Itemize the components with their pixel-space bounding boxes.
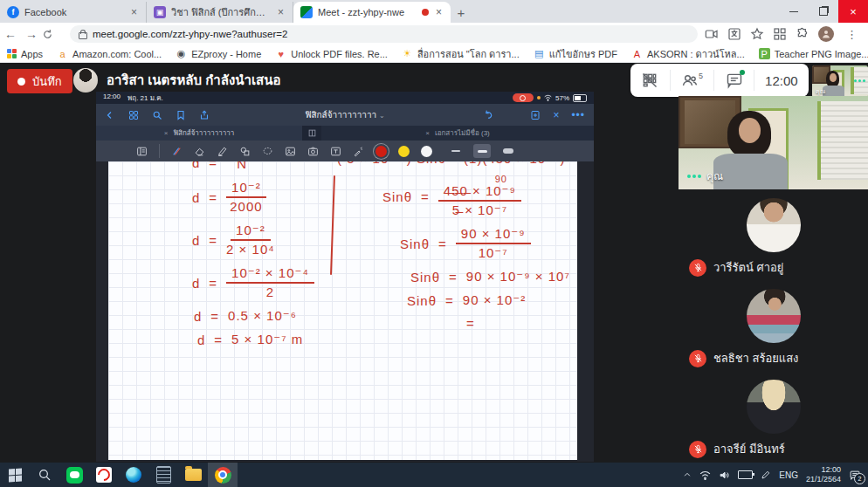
handwritten-equation: Sinθ=90 × 10⁻⁹ × 10⁷ bbox=[410, 269, 570, 285]
tab-close-icon[interactable]: × bbox=[434, 6, 444, 18]
participants-sidebar: คุณ วารีรัตน์ ศาอยู่ ชลธิชา สร้อยแสง bbox=[679, 96, 868, 463]
minimize-button[interactable] bbox=[779, 0, 809, 23]
chat-icon[interactable] bbox=[726, 72, 743, 89]
participants-icon[interactable]: 5 bbox=[681, 72, 703, 89]
stroke-thick bbox=[499, 144, 517, 158]
taskbar-clock[interactable]: 12:00 21/1/2564 bbox=[806, 465, 841, 485]
split-view-icon bbox=[302, 126, 321, 141]
notepad-app-icon[interactable] bbox=[148, 463, 178, 487]
url-text: meet.google.com/zzt-yhpy-nwe?authuser=2 bbox=[93, 29, 287, 39]
chat-notification-dot bbox=[740, 70, 745, 75]
self-video-tile[interactable]: คุณ bbox=[679, 96, 868, 189]
tab-groups-icon[interactable] bbox=[773, 27, 787, 41]
self-view-thumbnail[interactable]: คุณ bbox=[812, 65, 868, 98]
meet-stage: บันทึก อาริสา เนตรหลับ กำลังนำเสนอ 5 12:… bbox=[0, 63, 868, 463]
new-tab-button[interactable]: + bbox=[451, 2, 472, 23]
bookmark-star-icon[interactable] bbox=[750, 27, 764, 41]
ink-color-white bbox=[421, 146, 432, 157]
camera-permission-icon[interactable] bbox=[705, 27, 719, 41]
back-chevron-icon bbox=[105, 110, 115, 120]
shapes-tool-icon bbox=[239, 146, 251, 157]
handwritten-work-left: d= Nd=10⁻²2000d=10⁻²2 × 10⁴d=10⁻² × 10⁻⁴… bbox=[192, 161, 314, 355]
record-button[interactable]: บันทึก bbox=[7, 69, 72, 93]
taskbar-date: 21/1/2564 bbox=[806, 475, 841, 484]
handwritten-equation: = bbox=[466, 316, 570, 331]
participant-tile[interactable]: อาจรีย์ มีอินทร์ bbox=[679, 378, 868, 462]
bookmark-item[interactable]: AAKSORN : ดาวน์โหล... bbox=[631, 46, 745, 62]
mic-muted-icon bbox=[689, 259, 706, 277]
self-label: คุณ bbox=[816, 86, 825, 96]
lock-icon bbox=[79, 32, 87, 39]
apps-grid-icon bbox=[7, 49, 17, 58]
bookmark-label: สื่อการสอน "โลก ดารา... bbox=[417, 46, 520, 62]
extensions-puzzle-icon[interactable] bbox=[796, 27, 809, 41]
tab-close-icon[interactable]: × bbox=[276, 6, 286, 18]
bookmark-item[interactable]: ▤แก้ไขอักษร PDF bbox=[534, 46, 617, 62]
bookmark-favicon: ♥ bbox=[275, 48, 286, 59]
bookmark-item[interactable]: ☀สื่อการสอน "โลก ดารา... bbox=[402, 46, 520, 62]
undo-icon bbox=[483, 109, 494, 120]
close-button[interactable]: × bbox=[838, 0, 868, 23]
laser-pointer-icon bbox=[353, 146, 364, 157]
taskbar-time: 12:00 bbox=[806, 465, 841, 475]
tab-meet[interactable]: Meet - zzt-yhpy-nwe × bbox=[293, 2, 451, 23]
participant-tile[interactable]: วารีรัตน์ ศาอยู่ bbox=[679, 196, 868, 280]
wifi-tray-icon[interactable] bbox=[699, 470, 711, 480]
classroom-favicon: ▣ bbox=[154, 6, 166, 18]
back-icon[interactable]: ← bbox=[0, 27, 21, 41]
tray-chevron-up-icon[interactable] bbox=[683, 470, 692, 479]
volume-tray-icon[interactable] bbox=[719, 470, 730, 481]
browser-menu-icon[interactable]: ⋮ bbox=[843, 28, 861, 41]
ipad-status-bar: 12:00 พฤ. 21 ม.ค. 57% bbox=[96, 92, 594, 104]
translate-icon[interactable] bbox=[727, 27, 741, 41]
tab-close-icon[interactable]: × bbox=[129, 6, 139, 18]
bookmark-label: Amazon.com: Cool... bbox=[72, 49, 162, 59]
line-app-icon[interactable] bbox=[59, 463, 89, 487]
handwritten-work-right: ( 5 × 10⁻⁷ ) Sinθ = (1)(450 × 10⁻⁹)Sinθ=… bbox=[337, 161, 570, 339]
bookmark-favicon: a bbox=[57, 48, 68, 59]
file-explorer-icon[interactable] bbox=[178, 463, 208, 487]
forward-icon[interactable]: → bbox=[21, 27, 42, 41]
participant-name: ชลธิชา สร้อยแสง bbox=[713, 349, 798, 367]
grid-paper-page: d= Nd=10⁻²2000d=10⁻²2 × 10⁴d=10⁻² × 10⁻⁴… bbox=[108, 161, 577, 460]
profile-avatar[interactable] bbox=[818, 26, 834, 42]
apps-shortcut[interactable]: Apps bbox=[7, 49, 43, 59]
shared-screen-tile[interactable]: 12:00 พฤ. 21 ม.ค. 57% ฟิสิกส์จ้าาาาาาาาา bbox=[96, 92, 594, 462]
chrome-app-icon[interactable] bbox=[208, 463, 238, 487]
restore-button[interactable] bbox=[809, 0, 838, 23]
acrobat-app-icon[interactable] bbox=[89, 463, 119, 487]
windows-taskbar: ENG 12:00 21/1/2564 2 bbox=[0, 463, 868, 487]
edge-app-icon[interactable] bbox=[119, 463, 148, 487]
notification-center-icon[interactable]: 2 bbox=[849, 470, 861, 481]
participant-tile[interactable]: ชลธิชา สร้อยแสง bbox=[679, 287, 868, 371]
tab-classroom[interactable]: ▣ วิชา ฟิสิกส์ (ปีการศึกษา 2563) ชั้นมั.… bbox=[147, 2, 293, 23]
handwritten-equation: d=0.5 × 10⁻⁶ bbox=[194, 308, 314, 324]
bookmark-item[interactable]: ◉EZproxy - Home bbox=[176, 48, 261, 59]
wifi-icon bbox=[544, 94, 552, 101]
tab-facebook[interactable]: f Facebook × bbox=[0, 2, 147, 23]
bookmark-item[interactable]: aAmazon.com: Cool... bbox=[57, 48, 162, 59]
layout-grid-off-icon[interactable] bbox=[641, 72, 658, 89]
mic-muted-icon bbox=[689, 350, 706, 367]
language-indicator[interactable]: ENG bbox=[779, 470, 798, 480]
bookmark-label: AKSORN : ดาวน์โหล... bbox=[647, 46, 745, 62]
handwritten-equation: d=10⁻² × 10⁻⁴2 bbox=[192, 265, 314, 300]
bookmark-favicon: ☀ bbox=[402, 48, 413, 59]
bookmark-item[interactable]: PTeacher PNG Image... bbox=[759, 48, 868, 59]
handwritten-equation: Sinθ=90 × 10⁻² bbox=[407, 292, 570, 308]
start-button[interactable] bbox=[0, 463, 30, 487]
bookmark-item[interactable]: ♥Unlock PDF files. Re... bbox=[275, 48, 388, 59]
handwritten-equation: ( 5 × 10⁻⁷ ) Sinθ = (1)(450 × 10⁻⁹) bbox=[337, 161, 570, 167]
notes-doc-tabs: × ฟิสิกส์จ้าาาาาาาาาา × เอกสารไม่มีชื่อ … bbox=[96, 126, 594, 141]
reload-icon[interactable] bbox=[42, 29, 63, 40]
presenter-avatar bbox=[73, 68, 98, 93]
taskbar-search-icon[interactable] bbox=[30, 463, 59, 487]
doc-tab-other: × เอกสารไม่มีชื่อ (3) bbox=[321, 126, 594, 141]
page-navigator-icon bbox=[136, 146, 148, 157]
meeting-clock: 12:00 bbox=[765, 73, 798, 88]
bookmark-favicon: P bbox=[759, 48, 770, 59]
url-bar[interactable]: meet.google.com/zzt-yhpy-nwe?authuser=2 bbox=[70, 25, 698, 43]
record-label: บันทึก bbox=[32, 72, 62, 91]
battery-tray-icon[interactable] bbox=[738, 470, 753, 479]
pen-tray-icon[interactable] bbox=[761, 470, 771, 480]
